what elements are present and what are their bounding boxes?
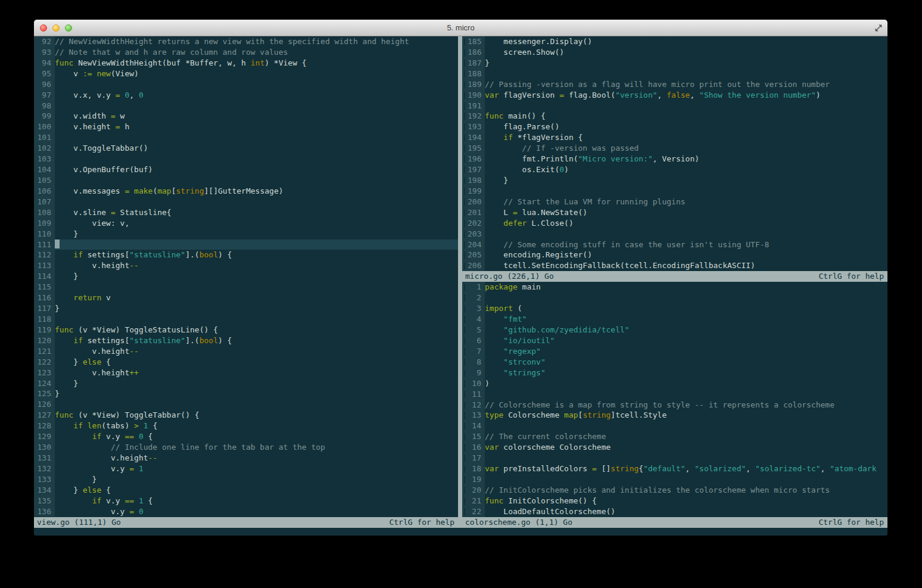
code-line[interactable]: 103: [34, 154, 458, 164]
code-line[interactable]: 100 v.height = h: [34, 122, 458, 132]
code-line[interactable]: 116 return v: [34, 293, 458, 303]
code-line[interactable]: |202 defer L.Close(): [462, 218, 887, 229]
code-line[interactable]: |5 "github.com/zyedidia/tcell": [462, 325, 887, 335]
line-number: 191: [468, 101, 485, 111]
code-line[interactable]: |6 "io/ioutil": [462, 335, 887, 346]
code-line[interactable]: 131 v.height--: [34, 453, 458, 463]
code-line[interactable]: |22 LoadDefaultColorscheme(): [462, 506, 887, 517]
code-line[interactable]: |18var preInstalledColors = []string{"de…: [462, 463, 887, 474]
code-line[interactable]: 121 v.height--: [34, 346, 458, 357]
pane-micro-go[interactable]: |185 messenger.Display()|186 screen.Show…: [462, 36, 887, 271]
code-line[interactable]: |197 os.Exit(0): [462, 164, 887, 175]
code-line[interactable]: |201 L = lua.NewState(): [462, 207, 887, 218]
code-line[interactable]: 125}: [34, 388, 458, 399]
code-line[interactable]: |19: [462, 474, 887, 485]
code-line[interactable]: 129 if v.y == 0 {: [34, 431, 458, 442]
code-line[interactable]: 118: [34, 314, 458, 325]
code-line[interactable]: 105: [34, 175, 458, 186]
titlebar[interactable]: 5. micro: [34, 20, 887, 36]
code-line[interactable]: 114 }: [34, 271, 458, 282]
code-line[interactable]: 102 v.ToggleTabbar(): [34, 143, 458, 154]
line-number: 206: [468, 260, 485, 271]
code-line[interactable]: |9 "strings": [462, 368, 887, 378]
code-line[interactable]: 107: [34, 197, 458, 207]
code-line[interactable]: |199: [462, 186, 887, 197]
pane-view-go[interactable]: 92// NewViewWidthHeight returns a new vi…: [34, 36, 458, 528]
code-line[interactable]: |203: [462, 229, 887, 239]
code-line[interactable]: |193 flag.Parse(): [462, 122, 887, 132]
line-number: 112: [34, 250, 55, 260]
code-line[interactable]: 95 v := new(View): [34, 69, 458, 79]
code-line[interactable]: |13type Colorscheme map[string]tcell.Sty…: [462, 410, 887, 421]
code-line[interactable]: |12// Colorscheme is a map from string t…: [462, 400, 887, 410]
code-line[interactable]: 96: [34, 79, 458, 90]
code-line[interactable]: |192func main() {: [462, 111, 887, 122]
code-line[interactable]: 97 v.x, v.y = 0, 0: [34, 90, 458, 101]
code-line[interactable]: 133 }: [34, 474, 458, 485]
code-line[interactable]: |15// The current colorscheme: [462, 431, 887, 442]
code-line[interactable]: 92// NewViewWidthHeight returns a new vi…: [34, 36, 458, 47]
code-line[interactable]: |206 tcell.SetEncodingFallback(tcell.Enc…: [462, 260, 887, 271]
code-line[interactable]: |195 // If -version was passed: [462, 143, 887, 154]
code-line[interactable]: 120 if settings["statusline"].(bool) {: [34, 335, 458, 346]
code-line[interactable]: |187}: [462, 58, 887, 69]
code-line[interactable]: 98: [34, 101, 458, 111]
code-line[interactable]: |4 "fmt": [462, 314, 887, 325]
code-line[interactable]: 106 v.messages = make(map[string][]Gutte…: [34, 186, 458, 197]
code-line[interactable]: |186 screen.Show(): [462, 47, 887, 58]
code-line[interactable]: |16var colorscheme Colorscheme: [462, 442, 887, 453]
code-line[interactable]: |3import (: [462, 303, 887, 314]
code-line[interactable]: 126: [34, 399, 458, 410]
code-line[interactable]: |21func InitColorscheme() {: [462, 496, 887, 506]
code-line[interactable]: |191: [462, 101, 887, 111]
code-line[interactable]: 111: [34, 239, 458, 250]
code-line[interactable]: |11: [462, 389, 887, 400]
code-line[interactable]: 122 } else {: [34, 357, 458, 368]
code-line[interactable]: 93// Note that w and h are raw column an…: [34, 47, 458, 58]
code-line[interactable]: |8 "strconv": [462, 357, 887, 368]
code-line[interactable]: |198 }: [462, 175, 887, 186]
code-line[interactable]: |185 messenger.Display(): [462, 36, 887, 47]
line-number: 111: [34, 239, 55, 250]
code-line[interactable]: 124 }: [34, 378, 458, 389]
code-line[interactable]: 112 if settings["statusline"].(bool) {: [34, 250, 458, 260]
code-line[interactable]: |1package main: [462, 282, 887, 293]
code-line[interactable]: 136 v.y = 0: [34, 506, 458, 517]
code-line[interactable]: 113 v.height--: [34, 260, 458, 271]
pane-colorscheme-go[interactable]: |1package main|2|3import (|4 "fmt"|5 "gi…: [462, 282, 887, 517]
code-line[interactable]: |2: [462, 293, 887, 303]
code-line[interactable]: 127func (v *View) ToggleTabbar() {: [34, 410, 458, 421]
code-line[interactable]: |194 if *flagVersion {: [462, 132, 887, 143]
code-line[interactable]: 94func NewViewWidthHeight(buf *Buffer, w…: [34, 58, 458, 69]
code-line[interactable]: |17: [462, 453, 887, 463]
code-line[interactable]: 99 v.width = w: [34, 111, 458, 122]
code-line[interactable]: 115: [34, 282, 458, 293]
code-line[interactable]: |10): [462, 378, 887, 389]
code-line[interactable]: |14: [462, 421, 887, 431]
code-line[interactable]: |188: [462, 69, 887, 79]
code-line[interactable]: 128 if len(tabs) > 1 {: [34, 421, 458, 431]
code-line[interactable]: |189// Passing -version as a flag will h…: [462, 79, 887, 90]
code-line[interactable]: 108 v.sline = Statusline{: [34, 207, 458, 218]
code-line[interactable]: 135 if v.y == 1 {: [34, 496, 458, 506]
code-line[interactable]: |196 fmt.Println("Micro version:", Versi…: [462, 154, 887, 164]
code-line[interactable]: |204 // Some encoding stuff in case the …: [462, 239, 887, 250]
code-line[interactable]: 110 }: [34, 229, 458, 239]
code-line[interactable]: 119func (v *View) ToggleStatusLine() {: [34, 325, 458, 335]
code-line[interactable]: |190var flagVersion = flag.Bool("version…: [462, 90, 887, 101]
code-line[interactable]: 130 // Include one line for the tab bar …: [34, 442, 458, 453]
code-line[interactable]: 109 view: v,: [34, 218, 458, 229]
code-line[interactable]: 101: [34, 132, 458, 143]
code-line[interactable]: |7 "regexp": [462, 346, 887, 357]
line-number: 118: [34, 314, 55, 325]
code-line[interactable]: 134 } else {: [34, 485, 458, 496]
vertical-split-divider[interactable]: [458, 36, 462, 528]
code-line[interactable]: 104 v.OpenBuffer(buf): [34, 164, 458, 175]
fullscreen-icon[interactable]: [874, 24, 883, 32]
code-line[interactable]: |20// InitColorscheme picks and initiali…: [462, 485, 887, 496]
code-line[interactable]: 123 v.height++: [34, 368, 458, 378]
code-line[interactable]: |205 encoding.Register(): [462, 250, 887, 260]
code-line[interactable]: 117}: [34, 303, 458, 314]
code-line[interactable]: |200 // Start the Lua VM for running plu…: [462, 197, 887, 207]
code-line[interactable]: 132 v.y = 1: [34, 463, 458, 474]
